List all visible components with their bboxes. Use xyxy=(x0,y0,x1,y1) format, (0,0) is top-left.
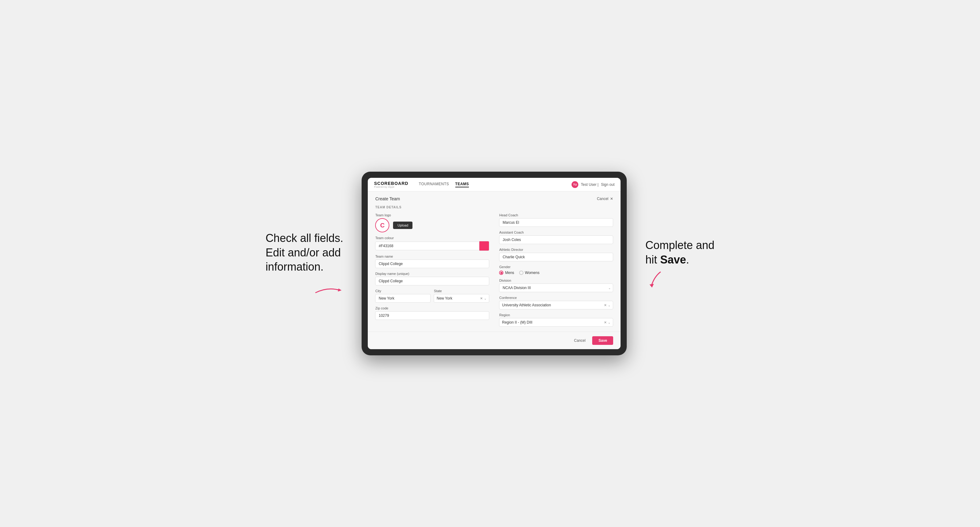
colour-input-wrap xyxy=(375,241,489,251)
head-coach-field: Head Coach xyxy=(499,213,613,227)
colour-swatch[interactable] xyxy=(479,241,489,251)
athletic-director-field: Athletic Director xyxy=(499,248,613,261)
city-state-row: City State New York ✕ ⌄ xyxy=(375,289,489,303)
conference-value: University Athletic Association xyxy=(502,301,604,309)
city-input[interactable] xyxy=(375,294,431,303)
city-field: City xyxy=(375,289,431,303)
section-label: TEAM DETAILS xyxy=(375,206,613,209)
athletic-director-label: Athletic Director xyxy=(499,248,613,251)
left-annotation: Check all fields. Edit and/or add inform… xyxy=(266,231,343,296)
region-label: Region xyxy=(499,313,613,317)
logo-area: SCOREBOARD Powered by clippd xyxy=(374,181,408,188)
nav-right: TU Test User | Sign out xyxy=(571,181,614,188)
city-label: City xyxy=(375,289,431,293)
sign-out-link[interactable]: Sign out xyxy=(601,183,614,187)
division-field: Division NCAA Division III ⌄ xyxy=(499,279,613,292)
zip-input[interactable] xyxy=(375,311,489,320)
create-team-header: Create Team Cancel ✕ xyxy=(375,196,613,201)
right-col: Head Coach Assistant Coach Athletic Dire… xyxy=(499,213,613,327)
zip-label: Zip code xyxy=(375,306,489,310)
annotation-text-left: Check all fields. Edit and/or add inform… xyxy=(266,231,343,274)
gender-womens-option[interactable]: Womens xyxy=(519,271,539,275)
womens-label: Womens xyxy=(525,271,539,275)
region-field: Region Region II - (M) DIII ✕ ⌄ xyxy=(499,313,613,327)
nav-tournaments[interactable]: TOURNAMENTS xyxy=(419,182,449,187)
logo-text: SCOREBOARD xyxy=(374,181,408,186)
team-colour-label: Team colour xyxy=(375,236,489,240)
team-name-input[interactable] xyxy=(375,259,489,268)
team-logo-field: Team logo C Upload xyxy=(375,213,489,232)
page-wrapper: Check all fields. Edit and/or add inform… xyxy=(12,171,968,356)
division-select[interactable]: NCAA Division III xyxy=(499,284,613,292)
chevron-down-icon: ⌄ xyxy=(608,321,610,324)
region-value: Region II - (M) DIII xyxy=(502,318,604,326)
colour-text-input[interactable] xyxy=(375,241,479,250)
cancel-footer-button[interactable]: Cancel xyxy=(570,337,589,344)
logo-circle: C xyxy=(375,218,389,232)
close-icon: ✕ xyxy=(610,197,613,201)
cancel-x-button[interactable]: Cancel ✕ xyxy=(597,197,613,201)
gender-mens-option[interactable]: Mens xyxy=(499,271,514,275)
conference-field: Conference University Athletic Associati… xyxy=(499,296,613,310)
content-area: Create Team Cancel ✕ TEAM DETAILS Team l… xyxy=(368,191,620,332)
tablet-screen: SCOREBOARD Powered by clippd TOURNAMENTS… xyxy=(368,178,620,349)
left-col: Team logo C Upload Team colour xyxy=(375,213,489,327)
head-coach-label: Head Coach xyxy=(499,213,613,217)
left-arrow-container xyxy=(312,284,343,296)
region-clear-icon[interactable]: ✕ xyxy=(604,321,607,324)
team-name-field: Team name xyxy=(375,254,489,268)
nav-teams[interactable]: TEAMS xyxy=(455,182,469,187)
user-label: Test User | xyxy=(581,183,598,187)
assistant-coach-field: Assistant Coach xyxy=(499,230,613,244)
tablet-frame: SCOREBOARD Powered by clippd TOURNAMENTS… xyxy=(362,171,627,356)
assistant-coach-input[interactable] xyxy=(499,235,613,244)
team-name-label: Team name xyxy=(375,254,489,258)
svg-marker-1 xyxy=(649,284,654,287)
team-colour-field: Team colour xyxy=(375,236,489,251)
cancel-label: Cancel xyxy=(597,197,608,201)
team-logo-label: Team logo xyxy=(375,213,489,217)
right-annotation: Complete and hit Save. xyxy=(645,238,714,289)
svg-marker-0 xyxy=(338,289,342,292)
right-arrow-icon xyxy=(645,270,670,289)
left-arrow-icon xyxy=(312,284,343,296)
display-name-input[interactable] xyxy=(375,277,489,286)
upload-button[interactable]: Upload xyxy=(393,222,412,229)
save-button[interactable]: Save xyxy=(592,336,613,345)
right-arrow-container xyxy=(645,270,670,289)
head-coach-input[interactable] xyxy=(499,218,613,227)
state-field: State New York ✕ ⌄ xyxy=(434,289,489,303)
state-value: New York xyxy=(436,294,480,302)
conference-select-wrap[interactable]: University Athletic Association ✕ ⌄ xyxy=(499,301,613,310)
form-footer: Cancel Save xyxy=(368,332,620,349)
division-select-wrap: NCAA Division III ⌄ xyxy=(499,284,613,292)
mens-label: Mens xyxy=(505,271,514,275)
page-title: Create Team xyxy=(375,196,400,201)
logo-upload-area: C Upload xyxy=(375,218,489,232)
nav-links: TOURNAMENTS TEAMS xyxy=(419,182,565,187)
conference-label: Conference xyxy=(499,296,613,300)
state-select-wrap: New York ✕ ⌄ xyxy=(434,294,489,303)
display-name-field: Display name (unique) xyxy=(375,272,489,286)
chevron-down-icon: ⌄ xyxy=(608,303,610,307)
logo-sub: Powered by clippd xyxy=(374,186,408,188)
womens-radio-dot xyxy=(519,271,523,275)
conference-clear-icon[interactable]: ✕ xyxy=(604,303,607,307)
display-name-label: Display name (unique) xyxy=(375,272,489,276)
chevron-down-icon: ⌄ xyxy=(484,297,487,300)
form-body: Team logo C Upload Team colour xyxy=(375,213,613,327)
gender-row: Mens Womens xyxy=(499,271,613,275)
athletic-director-input[interactable] xyxy=(499,253,613,261)
assistant-coach-label: Assistant Coach xyxy=(499,230,613,234)
region-select-wrap[interactable]: Region II - (M) DIII ✕ ⌄ xyxy=(499,318,613,327)
zip-field: Zip code xyxy=(375,306,489,320)
avatar: TU xyxy=(571,181,578,188)
gender-label: Gender xyxy=(499,265,613,269)
state-clear-icon[interactable]: ✕ xyxy=(480,297,483,300)
division-label: Division xyxy=(499,279,613,282)
gender-field: Gender Mens Womens xyxy=(499,265,613,275)
state-label: State xyxy=(434,289,489,293)
annotation-text-right: Complete and hit Save. xyxy=(645,238,714,267)
nav-bar: SCOREBOARD Powered by clippd TOURNAMENTS… xyxy=(368,178,620,191)
mens-radio-dot xyxy=(499,271,503,275)
